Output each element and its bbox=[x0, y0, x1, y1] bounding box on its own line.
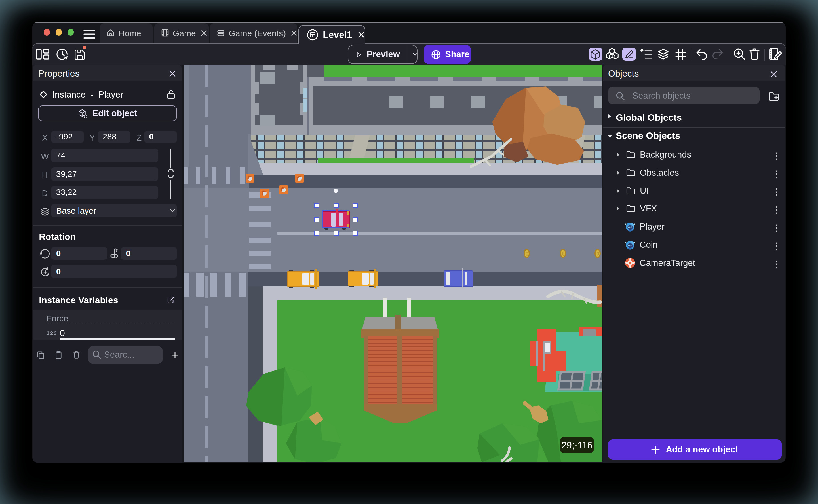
svg-text:3D: 3D bbox=[84, 115, 87, 118]
